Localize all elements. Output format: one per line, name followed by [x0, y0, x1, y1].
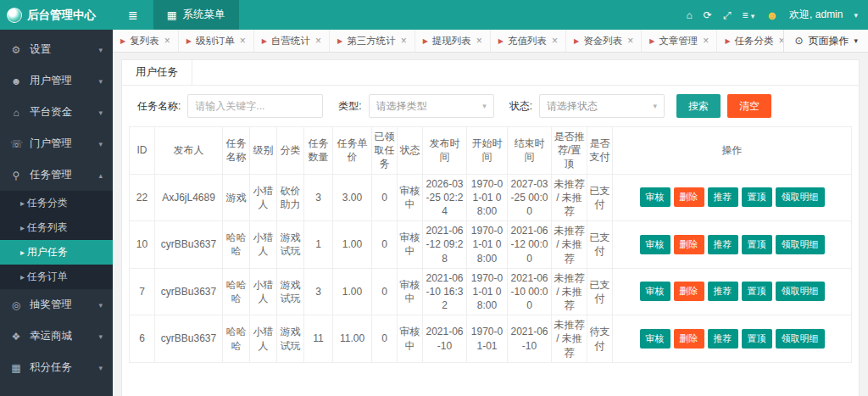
clear-button[interactable]: 清空: [727, 94, 771, 118]
open-tab-label: 复列表: [130, 35, 159, 47]
tab-close-icon[interactable]: ×: [401, 35, 407, 47]
gift-icon: ❖: [10, 331, 22, 343]
chevron-down-icon: ▾: [98, 109, 103, 117]
row-action-recommend[interactable]: 推荐: [708, 282, 738, 301]
tab-close-icon[interactable]: ×: [552, 35, 558, 47]
search-button[interactable]: 搜索: [676, 94, 721, 118]
tab-close-icon[interactable]: ×: [476, 35, 482, 47]
home-icon[interactable]: ⌂: [687, 9, 693, 21]
row-action-audit[interactable]: 审核: [640, 329, 670, 349]
table-cell: 未推荐 / 未推荐: [552, 174, 587, 221]
sidebar-item-task-management[interactable]: ⚲任务管理▴: [0, 159, 113, 191]
row-action-audit[interactable]: 审核: [640, 235, 670, 254]
tab-close-icon[interactable]: ×: [315, 35, 321, 47]
chevron-down-icon: ▾: [98, 332, 103, 341]
row-action-claim-details[interactable]: 领取明细: [776, 282, 825, 301]
table-cell: 3: [304, 174, 333, 221]
sidebar-subitem-user-task[interactable]: 用户任务: [0, 240, 113, 265]
fullscreen-icon[interactable]: ⤢: [723, 9, 732, 21]
row-action-delete[interactable]: 删除: [674, 282, 704, 301]
row-actions-cell: 审核删除推荐置顶领取明细: [613, 315, 852, 363]
row-action-delete[interactable]: 删除: [674, 187, 704, 207]
type-select-value: 请选择类型: [376, 99, 427, 114]
open-tabs-strip: ▶复列表×▶级别订单×▶自营统计×▶第三方统计×▶提现列表×▶充值列表×▶资金列…: [113, 30, 868, 53]
task-name-input[interactable]: [187, 94, 323, 118]
row-action-pin-top[interactable]: 置顶: [742, 282, 772, 301]
menu-grid-icon: ▦: [167, 8, 177, 21]
table-cell: 2021-06-10 00:00: [508, 268, 552, 315]
sidebar-item-user-management[interactable]: ☻用户管理▾: [0, 65, 113, 97]
sidebar-subitem-task-list[interactable]: 任务列表: [0, 215, 113, 240]
row-action-claim-details[interactable]: 领取明细: [776, 235, 825, 254]
page-operations-dropdown[interactable]: ⊙ 页面操作 ▾: [783, 30, 868, 52]
top-menu-tab-system[interactable]: ▦ 系统菜单: [153, 0, 239, 30]
magnifier-icon: ⚲: [10, 170, 22, 181]
column-header: 级别: [250, 127, 277, 175]
row-action-pin-top[interactable]: 置顶: [742, 187, 772, 207]
welcome-text[interactable]: 欢迎, admin: [789, 8, 843, 22]
tab-close-icon[interactable]: ×: [240, 35, 246, 47]
open-tab-7[interactable]: ▶文章管理×: [642, 30, 717, 52]
table-cell: 1970-01-01 08:00: [467, 221, 508, 269]
table-cell: 2021-06-10 16:32: [423, 268, 467, 315]
row-action-claim-details[interactable]: 领取明细: [776, 329, 825, 349]
open-tab-3[interactable]: ▶第三方统计×: [330, 30, 415, 52]
open-tab-0[interactable]: ▶复列表×: [113, 30, 179, 52]
sidebar-subitem-task-order[interactable]: 任务订单: [0, 265, 113, 289]
card-tab-user-task[interactable]: 用户任务: [122, 60, 192, 85]
open-tab-1[interactable]: ▶级别订单×: [179, 30, 254, 52]
tab-close-icon[interactable]: ×: [164, 35, 170, 47]
row-action-claim-details[interactable]: 领取明细: [776, 187, 825, 207]
sidebar-item-lottery-management[interactable]: ◎抽奖管理▾: [0, 289, 113, 321]
tabs-container: ▶复列表×▶级别订单×▶自营统计×▶第三方统计×▶提现列表×▶充值列表×▶资金列…: [113, 30, 783, 52]
open-tab-5[interactable]: ▶充值列表×: [491, 30, 566, 52]
row-action-recommend[interactable]: 推荐: [708, 235, 738, 254]
table-header-row: ID发布人任务名称级别分类任务数量任务单价已领取任务状态发布时间开始时间结束时间…: [130, 127, 852, 175]
chevron-down-icon: ▾: [98, 77, 103, 86]
chevron-down-icon: ▾: [482, 102, 487, 110]
row-action-pin-top[interactable]: 置顶: [742, 329, 772, 349]
table-wrapper: ID发布人任务名称级别分类任务数量任务单价已领取任务状态发布时间开始时间结束时间…: [122, 126, 859, 396]
open-tab-2[interactable]: ▶自营统计×: [254, 30, 330, 52]
refresh-icon[interactable]: ⟳: [704, 9, 712, 21]
sidebar-item-label: 抽奖管理: [30, 298, 72, 312]
table-cell: 22: [130, 174, 155, 221]
tab-close-icon[interactable]: ×: [627, 35, 633, 47]
table-cell: 游戏试玩: [277, 268, 304, 315]
open-tab-6[interactable]: ▶资金列表×: [566, 30, 642, 52]
row-action-recommend[interactable]: 推荐: [708, 187, 738, 207]
table-row: 10cyrBBu3637哈哈哈小猎人游戏试玩11.000审核中2021-06-1…: [130, 221, 852, 269]
row-action-delete[interactable]: 删除: [674, 329, 704, 349]
brand-title: 后台管理中心: [27, 8, 96, 23]
status-select[interactable]: 请选择状态 ▾: [539, 94, 665, 118]
tab-arrow-icon: ▶: [262, 37, 267, 45]
user-chevron-down-icon[interactable]: ▾: [854, 11, 858, 20]
table-cell: 2021-06-10: [423, 315, 467, 363]
open-tab-label: 第三方统计: [347, 35, 396, 47]
row-action-audit[interactable]: 审核: [640, 282, 670, 301]
user-task-card: 用户任务 任务名称: 类型: 请选择类型 ▾ 状态: 请选择状态: [121, 59, 860, 396]
row-action-recommend[interactable]: 推荐: [708, 329, 738, 349]
main-row: ⚙设置▾☻用户管理▾⌂平台资金▾☏门户管理▾⚲任务管理▴任务分类任务列表用户任务…: [0, 30, 868, 396]
avatar[interactable]: ☻: [765, 8, 778, 22]
tab-close-icon[interactable]: ×: [703, 35, 709, 47]
sidebar-subitem-task-category[interactable]: 任务分类: [0, 191, 113, 215]
row-action-audit[interactable]: 审核: [640, 187, 670, 207]
sidebar-toggle-icon[interactable]: ≣: [113, 0, 153, 30]
page-operations-label: 页面操作: [808, 34, 849, 48]
more-menu-icon[interactable]: ≡ ▾: [742, 9, 754, 21]
open-tab-8[interactable]: ▶任务分类×: [717, 30, 783, 52]
sidebar-item-lucky-mall[interactable]: ❖幸运商城▾: [0, 321, 113, 352]
sidebar-item-settings[interactable]: ⚙设置▾: [0, 34, 113, 65]
type-select[interactable]: 请选择类型 ▾: [369, 94, 494, 118]
open-tab-4[interactable]: ▶提现列表×: [415, 30, 491, 52]
sidebar-item-points-task[interactable]: ▦积分任务▾: [0, 352, 113, 383]
bank-icon: ⌂: [10, 107, 22, 119]
column-header: 发布时间: [423, 127, 467, 175]
sidebar-item-platform-funds[interactable]: ⌂平台资金▾: [0, 97, 113, 128]
table-cell: 哈哈哈: [223, 221, 250, 269]
card-tab-header: 用户任务: [122, 60, 859, 86]
sidebar-item-portal-management[interactable]: ☏门户管理▾: [0, 128, 113, 159]
row-action-pin-top[interactable]: 置顶: [742, 235, 772, 254]
row-action-delete[interactable]: 删除: [674, 235, 704, 254]
